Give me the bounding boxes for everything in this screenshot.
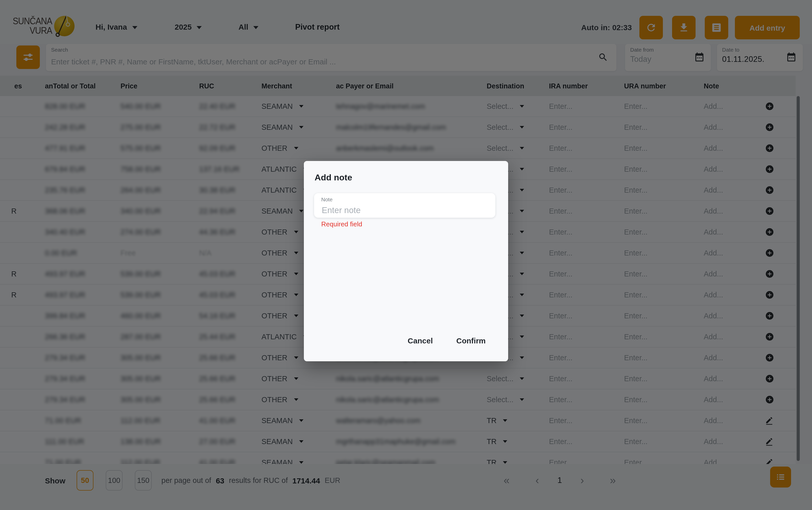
modal-title: Add note (314, 173, 352, 183)
confirm-button[interactable]: Confirm (455, 334, 487, 347)
cancel-button[interactable]: Cancel (407, 334, 434, 347)
app-root: SUNČANA VURA Hi, Ivana 2025 All Pivot re… (0, 0, 812, 510)
required-field-error: Required field (321, 220, 362, 228)
note-field-label: Note (321, 196, 332, 202)
note-text-input[interactable] (321, 203, 491, 217)
add-note-modal: Add note Note Required field Cancel Conf… (304, 161, 508, 361)
note-field[interactable]: Note (314, 193, 495, 218)
